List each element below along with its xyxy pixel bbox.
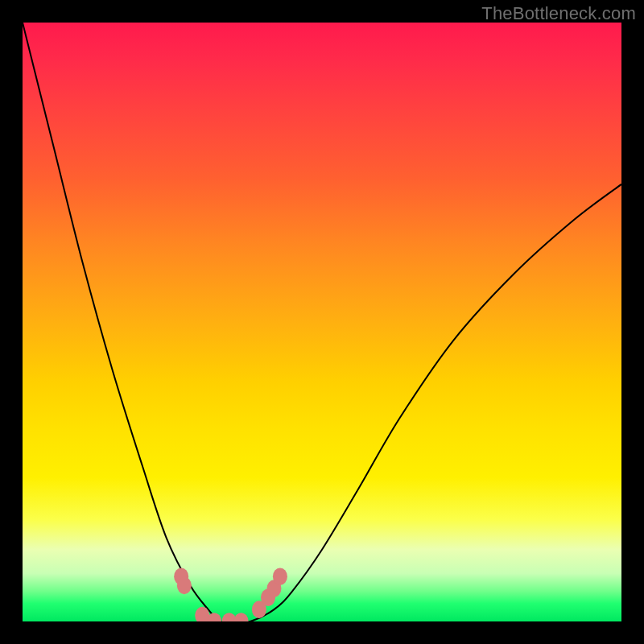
marker-point	[273, 568, 287, 585]
plot-area	[23, 23, 621, 621]
curve-layer	[23, 23, 621, 621]
marker-point	[177, 577, 192, 595]
marker-point	[234, 613, 249, 621]
watermark-text: TheBottleneck.com	[481, 3, 636, 24]
chart-frame: TheBottleneck.com	[0, 0, 644, 644]
bottleneck-curve	[23, 23, 621, 621]
marker-group	[174, 568, 287, 621]
